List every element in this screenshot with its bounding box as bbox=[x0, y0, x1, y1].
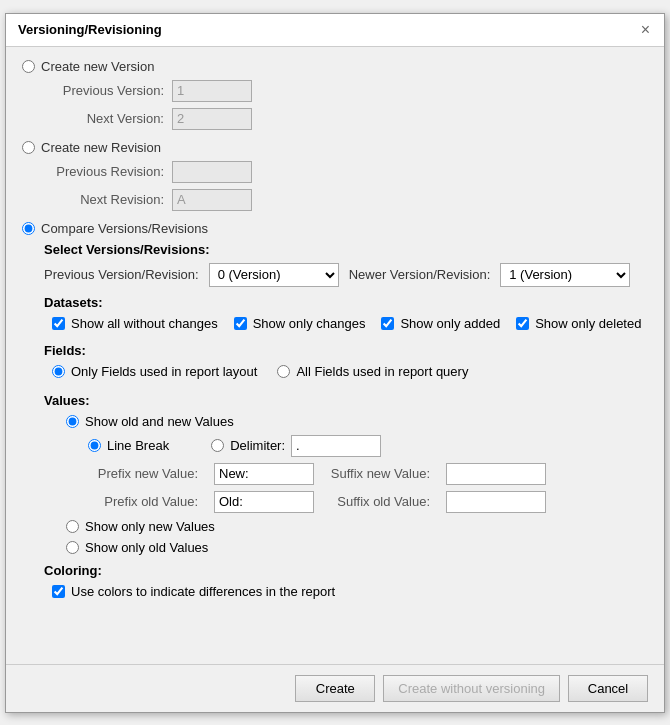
coloring-section: Coloring: Use colors to indicate differe… bbox=[44, 563, 648, 599]
fields-option1-row: Only Fields used in report layout bbox=[52, 364, 257, 379]
fields-query-label[interactable]: All Fields used in report query bbox=[296, 364, 468, 379]
previous-version-input[interactable] bbox=[172, 80, 252, 102]
show-without-changes-checkbox[interactable] bbox=[52, 317, 65, 330]
create-revision-fields: Previous Revision: Next Revision: bbox=[44, 161, 648, 211]
coloring-check-row: Use colors to indicate differences in th… bbox=[52, 584, 648, 599]
suffix-old-label: Suffix old Value: bbox=[330, 494, 430, 509]
prefix-new-row: Prefix new Value: Suffix new Value: bbox=[88, 463, 648, 485]
show-old-new-radio[interactable] bbox=[66, 415, 79, 428]
fields-layout-label[interactable]: Only Fields used in report layout bbox=[71, 364, 257, 379]
create-version-label[interactable]: Create new Version bbox=[41, 59, 154, 74]
suffix-old-input[interactable] bbox=[446, 491, 546, 513]
show-only-added-label[interactable]: Show only added bbox=[400, 316, 500, 331]
prefix-old-row: Prefix old Value: Suffix old Value: bbox=[88, 491, 648, 513]
values-inner: Line Break Delimiter: Prefix new Value: … bbox=[88, 435, 648, 513]
newer-vr-label: Newer Version/Revision: bbox=[349, 267, 491, 282]
fields-row: Only Fields used in report layout All Fi… bbox=[52, 364, 648, 385]
title-bar: Versioning/Revisioning × bbox=[6, 14, 664, 47]
show-only-old-label[interactable]: Show only old Values bbox=[85, 540, 208, 555]
create-revision-label[interactable]: Create new Revision bbox=[41, 140, 161, 155]
suffix-new-input[interactable] bbox=[446, 463, 546, 485]
fields-option2-row: All Fields used in report query bbox=[277, 364, 468, 379]
show-only-deleted-checkbox[interactable] bbox=[516, 317, 529, 330]
use-colors-checkbox[interactable] bbox=[52, 585, 65, 598]
dialog-title: Versioning/Revisioning bbox=[18, 22, 162, 37]
show-only-deleted-row: Show only deleted bbox=[516, 316, 641, 331]
next-version-label: Next Version: bbox=[44, 111, 164, 126]
show-only-changes-label[interactable]: Show only changes bbox=[253, 316, 366, 331]
version-select-row: Previous Version/Revision: 0 (Version) 1… bbox=[44, 263, 648, 287]
cancel-button[interactable]: Cancel bbox=[568, 675, 648, 702]
previous-vr-select[interactable]: 0 (Version) 1 (Version) bbox=[209, 263, 339, 287]
show-only-old-row: Show only old Values bbox=[66, 540, 648, 555]
show-only-new-radio[interactable] bbox=[66, 520, 79, 533]
compare-section: Compare Versions/Revisions Select Versio… bbox=[22, 221, 648, 599]
create-button[interactable]: Create bbox=[295, 675, 375, 702]
show-old-new-row: Show old and new Values bbox=[66, 414, 648, 429]
create-without-button[interactable]: Create without versioning bbox=[383, 675, 560, 702]
previous-revision-row: Previous Revision: bbox=[44, 161, 648, 183]
compare-label[interactable]: Compare Versions/Revisions bbox=[41, 221, 208, 236]
next-revision-row: Next Revision: bbox=[44, 189, 648, 211]
datasets-row: Show all without changes Show only chang… bbox=[52, 316, 648, 335]
previous-version-label: Previous Version: bbox=[44, 83, 164, 98]
suffix-new-label: Suffix new Value: bbox=[330, 466, 430, 481]
fields-header: Fields: bbox=[44, 343, 648, 358]
values-sub: Show old and new Values Line Break Delim… bbox=[66, 414, 648, 555]
newer-vr-select[interactable]: 1 (Version) 0 (Version) bbox=[500, 263, 630, 287]
line-break-label[interactable]: Line Break bbox=[107, 438, 169, 453]
versioning-dialog: Versioning/Revisioning × Create new Vers… bbox=[5, 13, 665, 713]
show-only-new-row: Show only new Values bbox=[66, 519, 648, 534]
fields-layout-radio[interactable] bbox=[52, 365, 65, 378]
show-only-new-label[interactable]: Show only new Values bbox=[85, 519, 215, 534]
next-version-row: Next Version: bbox=[44, 108, 648, 130]
show-only-deleted-label[interactable]: Show only deleted bbox=[535, 316, 641, 331]
create-version-section: Create new Version Previous Version: Nex… bbox=[22, 59, 648, 130]
datasets-header: Datasets: bbox=[44, 295, 648, 310]
compare-radio-row: Compare Versions/Revisions bbox=[22, 221, 648, 236]
coloring-header: Coloring: bbox=[44, 563, 648, 578]
previous-revision-input[interactable] bbox=[172, 161, 252, 183]
create-version-radio-row: Create new Version bbox=[22, 59, 648, 74]
dialog-body: Create new Version Previous Version: Nex… bbox=[6, 47, 664, 664]
prefix-new-input[interactable] bbox=[214, 463, 314, 485]
next-version-input[interactable] bbox=[172, 108, 252, 130]
create-version-radio[interactable] bbox=[22, 60, 35, 73]
create-revision-radio-row: Create new Revision bbox=[22, 140, 648, 155]
compare-content: Select Versions/Revisions: Previous Vers… bbox=[44, 242, 648, 599]
previous-version-row: Previous Version: bbox=[44, 80, 648, 102]
show-only-old-radio[interactable] bbox=[66, 541, 79, 554]
next-revision-label: Next Revision: bbox=[44, 192, 164, 207]
show-without-changes-row: Show all without changes bbox=[52, 316, 218, 331]
delimiter-input[interactable] bbox=[291, 435, 381, 457]
show-only-added-checkbox[interactable] bbox=[381, 317, 394, 330]
line-break-radio[interactable] bbox=[88, 439, 101, 452]
fields-query-radio[interactable] bbox=[277, 365, 290, 378]
line-break-row: Line Break Delimiter: bbox=[88, 435, 648, 457]
show-only-added-row: Show only added bbox=[381, 316, 500, 331]
create-revision-radio[interactable] bbox=[22, 141, 35, 154]
show-only-changes-row: Show only changes bbox=[234, 316, 366, 331]
show-without-changes-label[interactable]: Show all without changes bbox=[71, 316, 218, 331]
dialog-footer: Create Create without versioning Cancel bbox=[6, 664, 664, 712]
delimiter-radio[interactable] bbox=[211, 439, 224, 452]
close-button[interactable]: × bbox=[639, 22, 652, 38]
show-only-changes-checkbox[interactable] bbox=[234, 317, 247, 330]
previous-revision-label: Previous Revision: bbox=[44, 164, 164, 179]
compare-radio[interactable] bbox=[22, 222, 35, 235]
select-versions-header: Select Versions/Revisions: bbox=[44, 242, 648, 257]
next-revision-input[interactable] bbox=[172, 189, 252, 211]
use-colors-label[interactable]: Use colors to indicate differences in th… bbox=[71, 584, 335, 599]
prefix-old-input[interactable] bbox=[214, 491, 314, 513]
create-version-fields: Previous Version: Next Version: bbox=[44, 80, 648, 130]
show-old-new-label[interactable]: Show old and new Values bbox=[85, 414, 234, 429]
values-header: Values: bbox=[44, 393, 648, 408]
prefix-new-label: Prefix new Value: bbox=[88, 466, 198, 481]
prefix-old-label: Prefix old Value: bbox=[88, 494, 198, 509]
previous-vr-label: Previous Version/Revision: bbox=[44, 267, 199, 282]
delimiter-label[interactable]: Delimiter: bbox=[230, 438, 285, 453]
create-revision-section: Create new Revision Previous Revision: N… bbox=[22, 140, 648, 211]
